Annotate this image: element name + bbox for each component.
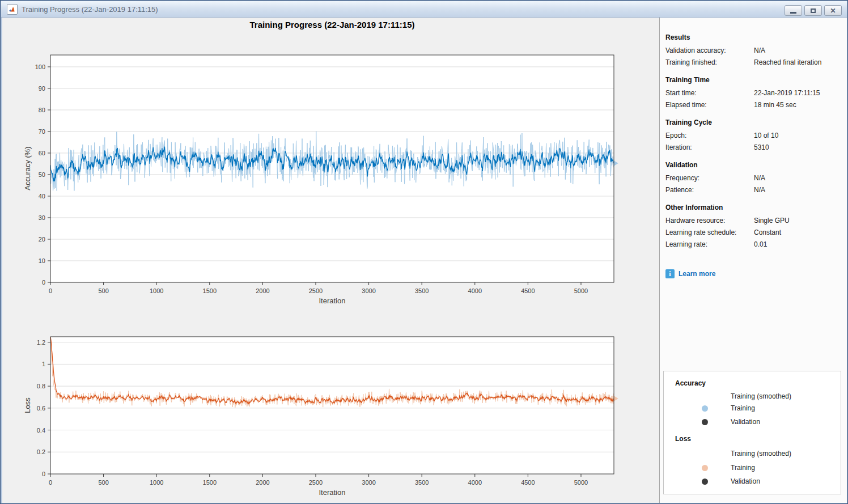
legend-item: Validation [664, 476, 841, 488]
row-validation-accuracy: Validation accuracy: N/A [665, 45, 842, 57]
legend-label: Training [731, 464, 755, 472]
svg-text:1500: 1500 [203, 287, 217, 294]
section-heading-results: Results [665, 32, 842, 44]
section-heading-validation: Validation [665, 159, 842, 171]
section-heading-other-information: Other Information [665, 202, 842, 214]
svg-text:10: 10 [39, 257, 45, 264]
svg-text:60: 60 [39, 150, 45, 156]
training-plots: 0102030405060708090100050010001500200025… [2, 18, 659, 503]
legend-item: Validation [664, 417, 841, 428]
title-bar[interactable]: Training Progress (22-Jan-2019 17:11:15)… [1, 1, 847, 18]
row-patience: Patience: N/A [665, 184, 842, 196]
close-button[interactable]: ✕ [824, 5, 842, 16]
legend-heading-loss: Loss [675, 435, 691, 443]
svg-text:2500: 2500 [309, 479, 323, 486]
figure-area: Training Progress (22-Jan-2019 17:11:15)… [2, 18, 847, 503]
svg-text:0.2: 0.2 [37, 448, 45, 455]
svg-text:4500: 4500 [521, 479, 535, 486]
svg-text:70: 70 [39, 128, 45, 135]
row-label: Iteration: [665, 142, 754, 154]
svg-text:4000: 4000 [468, 287, 482, 294]
svg-text:0: 0 [49, 287, 52, 294]
svg-text:100: 100 [35, 63, 45, 70]
row-frequency: Frequency: N/A [665, 172, 842, 184]
row-elapsed-time: Elapsed time: 18 min 45 sec [665, 99, 842, 111]
svg-text:5000: 5000 [574, 287, 588, 294]
row-label: Start time: [665, 87, 754, 99]
row-label: Hardware resource: [665, 215, 754, 227]
svg-text:30: 30 [39, 214, 45, 221]
svg-text:2000: 2000 [256, 287, 269, 294]
minimize-button[interactable] [785, 5, 802, 16]
legend-item: Training [664, 403, 841, 414]
row-value: 10 of 10 [754, 130, 842, 142]
row-value: Reached final iteration [754, 57, 842, 69]
legend-item: Training (smoothed) [664, 448, 841, 460]
row-epoch: Epoch: 10 of 10 [665, 130, 842, 142]
svg-text:3000: 3000 [362, 287, 375, 294]
row-label: Epoch: [665, 130, 754, 142]
row-value: Single GPU [754, 215, 842, 227]
row-label: Training finished: [665, 57, 754, 69]
svg-text:2000: 2000 [256, 479, 269, 486]
svg-text:1.2: 1.2 [37, 339, 45, 346]
legend-heading-accuracy: Accuracy [675, 379, 706, 387]
loss-xaxis-label: Iteration [275, 488, 389, 497]
row-label: Learning rate: [665, 239, 754, 251]
details-panel-content: Results Validation accuracy: N/A Trainin… [665, 18, 842, 278]
loss-axis-label: Loss [23, 397, 32, 413]
row-label: Validation accuracy: [665, 45, 754, 57]
row-learning-rate: Learning rate: 0.01 [665, 239, 842, 251]
legend-label: Validation [731, 477, 760, 485]
legend-label: Training (smoothed) [731, 392, 791, 400]
info-icon: i [665, 269, 675, 278]
svg-text:3500: 3500 [415, 479, 429, 486]
row-value: 0.01 [754, 239, 842, 251]
svg-text:3500: 3500 [415, 287, 429, 294]
learn-more-link[interactable]: i Learn more [665, 269, 715, 278]
row-label: Frequency: [665, 172, 754, 184]
row-training-finished: Training finished: Reached final iterati… [665, 57, 842, 69]
window-title: Training Progress (22-Jan-2019 17:11:15) [22, 5, 158, 14]
accuracy-axis-label: Accuracy (%) [23, 146, 32, 190]
row-iteration: Iteration: 5310 [665, 142, 842, 154]
svg-text:4000: 4000 [468, 479, 482, 486]
svg-text:50: 50 [39, 171, 45, 178]
legend-item: Training [664, 463, 841, 474]
svg-text:500: 500 [98, 479, 108, 486]
close-icon: ✕ [830, 7, 836, 14]
svg-text:1: 1 [42, 361, 45, 367]
section-heading-training-cycle: Training Cycle [665, 117, 842, 129]
minimize-icon [790, 12, 796, 14]
svg-text:0: 0 [42, 471, 45, 477]
row-value: 5310 [754, 142, 842, 154]
svg-text:500: 500 [98, 287, 108, 294]
matlab-icon [7, 4, 18, 15]
svg-text:3000: 3000 [362, 479, 375, 486]
svg-text:0.8: 0.8 [37, 383, 45, 389]
row-value: 22-Jan-2019 17:11:15 [754, 87, 842, 99]
row-value: Constant [754, 227, 842, 239]
svg-text:40: 40 [39, 193, 45, 200]
row-label: Learning rate schedule: [665, 227, 754, 239]
section-heading-training-time: Training Time [665, 74, 842, 86]
restore-button[interactable] [804, 5, 822, 16]
learn-more-label: Learn more [679, 270, 715, 278]
svg-text:5000: 5000 [574, 479, 588, 486]
legend-item: Training (smoothed) [664, 391, 841, 403]
svg-text:0.4: 0.4 [37, 427, 45, 434]
svg-text:0.6: 0.6 [37, 405, 45, 412]
svg-text:1500: 1500 [203, 479, 217, 486]
details-panel: Results Validation accuracy: N/A Trainin… [659, 18, 847, 503]
restore-icon [811, 9, 816, 13]
window-controls: ✕ [785, 5, 842, 16]
svg-text:1000: 1000 [150, 287, 163, 294]
row-learning-rate-schedule: Learning rate schedule: Constant [665, 227, 842, 239]
training-progress-window: Training Progress (22-Jan-2019 17:11:15)… [0, 0, 848, 504]
legend-label: Validation [731, 418, 760, 426]
svg-text:4500: 4500 [521, 287, 535, 294]
legend-box: Accuracy Training (smoothed) Training Va… [663, 371, 841, 494]
row-label: Patience: [665, 184, 754, 196]
row-value: 18 min 45 sec [754, 99, 842, 111]
svg-text:80: 80 [39, 107, 45, 113]
